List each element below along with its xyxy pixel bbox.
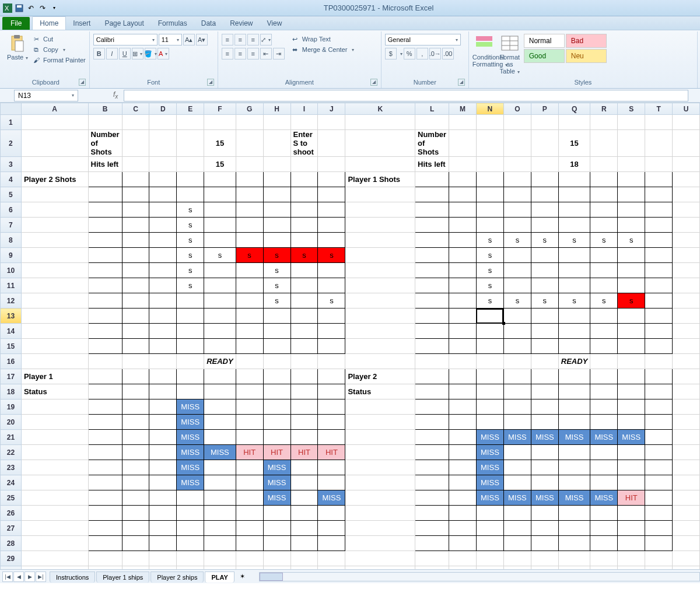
row-header-12[interactable]: 12 <box>1 293 22 308</box>
cell-B14[interactable] <box>88 324 122 339</box>
cell-T26[interactable] <box>645 506 673 521</box>
sheet-tab-instructions[interactable]: Instructions <box>50 572 95 583</box>
cell-F24[interactable] <box>204 475 236 490</box>
cell-N10[interactable]: s <box>476 263 503 278</box>
cell-I16[interactable] <box>290 354 318 369</box>
fx-icon[interactable]: fx <box>113 90 118 100</box>
cell-R13[interactable] <box>590 308 618 324</box>
cell-F25[interactable] <box>204 490 236 506</box>
row-header-7[interactable]: 7 <box>1 218 22 233</box>
cell-F22[interactable]: MISS <box>204 445 236 460</box>
italic-button[interactable]: I <box>106 48 118 59</box>
cell-E28[interactable] <box>177 536 204 551</box>
cell-H1[interactable] <box>263 115 290 130</box>
cell-C23[interactable] <box>122 460 149 475</box>
sheet-nav-2[interactable]: ▶ <box>24 572 35 582</box>
cell-M19[interactable] <box>449 399 477 415</box>
cell-N4[interactable] <box>476 172 503 187</box>
cell-G15[interactable] <box>236 339 263 354</box>
cell-K10[interactable] <box>345 263 415 278</box>
cell-H18[interactable] <box>263 384 290 399</box>
cell-O27[interactable] <box>503 521 531 536</box>
cell-C12[interactable] <box>122 293 149 308</box>
cell-R5[interactable] <box>590 187 618 202</box>
cell-O17[interactable] <box>503 369 531 384</box>
tab-insert[interactable]: Insert <box>66 17 97 30</box>
cell-S4[interactable] <box>618 172 645 187</box>
cell-O7[interactable] <box>503 218 531 233</box>
cell-Q21[interactable]: MISS <box>558 430 590 445</box>
cell-K30[interactable] <box>345 566 415 570</box>
cell-S17[interactable] <box>618 369 645 384</box>
cell-K1[interactable] <box>345 115 415 130</box>
cell-J30[interactable] <box>318 566 345 570</box>
cell-T20[interactable] <box>645 415 673 430</box>
cell-T21[interactable] <box>645 430 673 445</box>
cell-F18[interactable] <box>204 384 236 399</box>
cell-K17[interactable]: Player 2 <box>345 369 415 384</box>
cell-N5[interactable] <box>476 187 503 202</box>
cell-S28[interactable] <box>618 536 645 551</box>
cell-E12[interactable] <box>177 293 204 308</box>
cell-K25[interactable] <box>345 490 415 506</box>
format-painter-button[interactable]: 🖌Format Painter <box>32 55 86 65</box>
cell-S6[interactable] <box>618 202 645 218</box>
cell-C21[interactable] <box>122 430 149 445</box>
cell-J21[interactable] <box>318 430 345 445</box>
cell-M14[interactable] <box>449 324 477 339</box>
cell-Q30[interactable] <box>558 566 590 570</box>
cell-D17[interactable] <box>149 369 177 384</box>
cell-F3[interactable]: 15 <box>204 157 236 172</box>
cell-R11[interactable] <box>590 278 618 293</box>
cell-B27[interactable] <box>88 521 122 536</box>
cell-B7[interactable] <box>88 218 122 233</box>
cell-L27[interactable] <box>415 521 449 536</box>
cell-M17[interactable] <box>449 369 477 384</box>
cell-A13[interactable] <box>21 308 88 324</box>
sheet-nav-3[interactable]: ▶| <box>36 572 46 582</box>
cell-L15[interactable] <box>415 339 449 354</box>
cell-Q25[interactable]: MISS <box>558 490 590 506</box>
cell-S11[interactable] <box>618 278 645 293</box>
cell-U2[interactable] <box>673 130 700 157</box>
cell-E5[interactable] <box>177 187 204 202</box>
cell-E18[interactable] <box>177 384 204 399</box>
cell-C3[interactable] <box>122 157 149 172</box>
cell-L24[interactable] <box>415 475 449 490</box>
align-middle-button[interactable]: ≡ <box>235 34 246 45</box>
cell-U14[interactable] <box>673 324 700 339</box>
cell-N8[interactable]: s <box>476 233 503 248</box>
cell-F19[interactable] <box>204 399 236 415</box>
cell-M16[interactable] <box>449 354 477 369</box>
cell-B28[interactable] <box>88 536 122 551</box>
cell-D24[interactable] <box>149 475 177 490</box>
col-header-P[interactable]: P <box>531 103 558 115</box>
cell-O23[interactable] <box>503 460 531 475</box>
cell-L8[interactable] <box>415 233 449 248</box>
cell-F6[interactable] <box>204 202 236 218</box>
cell-M2[interactable] <box>449 130 477 157</box>
cell-P19[interactable] <box>531 399 558 415</box>
cell-B8[interactable] <box>88 233 122 248</box>
cell-L25[interactable] <box>415 490 449 506</box>
cell-Q6[interactable] <box>558 202 590 218</box>
cell-H19[interactable] <box>263 399 290 415</box>
col-header-H[interactable]: H <box>263 103 290 115</box>
cell-K21[interactable] <box>345 430 415 445</box>
cell-L18[interactable] <box>415 384 449 399</box>
cell-E2[interactable] <box>177 130 204 157</box>
cell-D14[interactable] <box>149 324 177 339</box>
col-header-A[interactable]: A <box>21 103 88 115</box>
cell-B23[interactable] <box>88 460 122 475</box>
cell-R20[interactable] <box>590 415 618 430</box>
row-header-5[interactable]: 5 <box>1 187 22 202</box>
cell-H13[interactable] <box>263 308 290 324</box>
cell-E15[interactable] <box>177 339 204 354</box>
cell-G12[interactable] <box>236 293 263 308</box>
cell-B13[interactable] <box>88 308 122 324</box>
cell-K20[interactable] <box>345 415 415 430</box>
cell-E14[interactable] <box>177 324 204 339</box>
increase-indent-button[interactable]: ⇥ <box>273 48 285 59</box>
cell-G30[interactable] <box>236 566 263 570</box>
percent-button[interactable]: % <box>404 48 415 59</box>
